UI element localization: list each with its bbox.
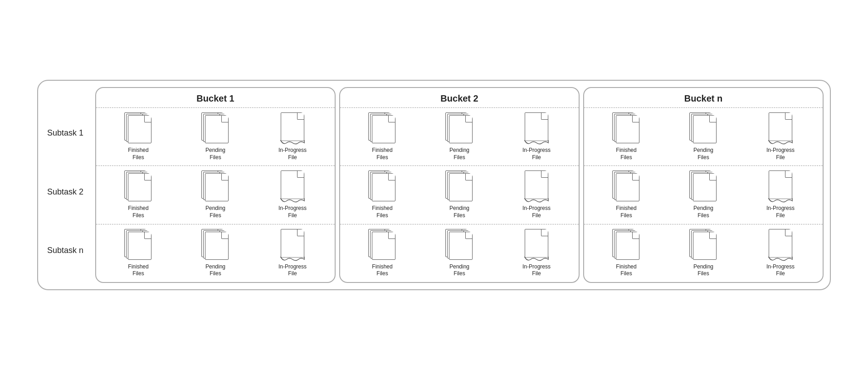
inprogress-file-b2sn: In-ProgressFile <box>522 229 551 278</box>
finished-files-b1s2: FinishedFiles <box>124 170 152 219</box>
wavy-svg-b2s2 <box>525 199 548 203</box>
wavy-svg-b1s2 <box>281 199 304 203</box>
buckets-area: Bucket 1 FinishedFiles <box>93 85 825 285</box>
finished-icon-bns2 <box>612 170 640 202</box>
inprogress-icon-bns2 <box>769 170 792 199</box>
inprogress-label-bns1: In-ProgressFile <box>766 147 795 161</box>
bucket-1-subtask-1-row: FinishedFiles PendingFiles <box>96 107 335 166</box>
inprogress-file-b1s1: In-ProgressFile <box>278 112 307 161</box>
pending-label-b2sn: PendingFiles <box>449 263 469 278</box>
finished-label-bns1: FinishedFiles <box>616 147 636 161</box>
finished-icon-bnsn <box>612 229 640 261</box>
finished-label-b2s2: FinishedFiles <box>372 205 392 219</box>
pending-files-b1s1: PendingFiles <box>201 112 229 161</box>
inprogress-label-b1s1: In-ProgressFile <box>278 147 307 161</box>
inprogress-label-b1s2: In-ProgressFile <box>278 205 307 219</box>
inprogress-label-b2s1: In-ProgressFile <box>522 147 551 161</box>
finished-files-bnsn: FinishedFiles <box>612 229 640 278</box>
finished-files-b1s1: FinishedFiles <box>124 112 152 161</box>
inprogress-icon-b1s2 <box>281 170 304 199</box>
wavy-svg-bns2 <box>769 199 792 203</box>
finished-icon-b2s1 <box>368 112 396 144</box>
inprogress-file-b2s1: In-ProgressFile <box>522 112 551 161</box>
finished-label-b1s1: FinishedFiles <box>128 147 148 161</box>
pending-files-b2s1: PendingFiles <box>445 112 473 161</box>
inprogress-file-bns2: In-ProgressFile <box>766 170 795 219</box>
bucket-n-title: Bucket n <box>584 88 823 107</box>
finished-files-b1sn: FinishedFiles <box>124 229 152 278</box>
pending-icon-b1s2 <box>201 170 229 202</box>
subtask-label-1: Subtask 1 <box>47 103 89 162</box>
pending-label-bnsn: PendingFiles <box>693 263 713 278</box>
bucket-1-subtask-n-row: FinishedFiles PendingFiles <box>96 224 335 282</box>
subtask-labels-column: Subtask 1 Subtask 2 Subtask n <box>43 85 93 285</box>
bucket-2: Bucket 2 FinishedFiles <box>339 87 580 283</box>
finished-label-b2sn: FinishedFiles <box>372 263 392 278</box>
pending-label-bns1: PendingFiles <box>693 147 713 161</box>
pending-label-b2s1: PendingFiles <box>449 147 469 161</box>
pending-label-bns2: PendingFiles <box>693 205 713 219</box>
inprogress-icon-b2sn <box>525 229 548 257</box>
finished-files-bns1: FinishedFiles <box>612 112 640 161</box>
inprogress-icon-bnsn <box>769 229 792 257</box>
bucket-2-title: Bucket 2 <box>340 88 579 107</box>
pending-icon-bnsn <box>689 229 717 261</box>
inprogress-file-bns1: In-ProgressFile <box>766 112 795 161</box>
finished-label-bnsn: FinishedFiles <box>616 263 636 278</box>
finished-icon-b1s2 <box>124 170 152 202</box>
inprogress-file-b1s2: In-ProgressFile <box>278 170 307 219</box>
bucket-n-subtask-2-row: FinishedFiles PendingFiles <box>584 166 823 224</box>
pending-icon-b2sn <box>445 229 473 261</box>
wavy-svg-bns1 <box>769 141 792 145</box>
inprogress-file-b1sn: In-ProgressFile <box>278 229 307 278</box>
finished-label-b1sn: FinishedFiles <box>128 263 148 278</box>
inprogress-icon-b2s1 <box>525 112 548 141</box>
finished-files-b2s2: FinishedFiles <box>368 170 396 219</box>
pending-icon-b2s2 <box>445 170 473 202</box>
pending-label-b1s2: PendingFiles <box>205 205 225 219</box>
inprogress-label-b1sn: In-ProgressFile <box>278 263 307 278</box>
inprogress-file-bnsn: In-ProgressFile <box>766 229 795 278</box>
inprogress-label-bnsn: In-ProgressFile <box>766 263 795 278</box>
finished-icon-b2s2 <box>368 170 396 202</box>
pending-icon-bns1 <box>689 112 717 144</box>
finished-label-bns2: FinishedFiles <box>616 205 636 219</box>
subtask-label-n: Subtask n <box>47 221 89 280</box>
inprogress-icon-b1s1 <box>281 112 304 141</box>
pending-icon-b1s1 <box>201 112 229 144</box>
pending-icon-bns2 <box>689 170 717 202</box>
wavy-svg-b2s1 <box>525 141 548 145</box>
wavy-svg-b1s1 <box>281 141 304 145</box>
bucket-1-rows: FinishedFiles PendingFiles <box>96 107 335 282</box>
inprogress-icon-bns1 <box>769 112 792 141</box>
finished-icon-bns1 <box>612 112 640 144</box>
finished-icon-b1sn <box>124 229 152 261</box>
bucket-n-subtask-n-row: FinishedFiles PendingFiles <box>584 224 823 282</box>
pending-files-b2s2: PendingFiles <box>445 170 473 219</box>
bucket-2-subtask-2-row: FinishedFiles PendingFiles <box>340 166 579 224</box>
wavy-svg-b1sn <box>281 257 304 262</box>
pending-icon-b2s1 <box>445 112 473 144</box>
pending-files-b1s2: PendingFiles <box>201 170 229 219</box>
wavy-svg-bnsn <box>769 257 792 262</box>
inprogress-label-b2sn: In-ProgressFile <box>522 263 551 278</box>
pending-files-b1sn: PendingFiles <box>201 229 229 278</box>
bucket-1: Bucket 1 FinishedFiles <box>95 87 336 283</box>
pending-files-bnsn: PendingFiles <box>689 229 717 278</box>
bucket-n-subtask-1-row: FinishedFiles PendingFiles <box>584 107 823 166</box>
inprogress-file-b2s2: In-ProgressFile <box>522 170 551 219</box>
bucket-n-rows: FinishedFiles PendingFiles <box>584 107 823 282</box>
finished-label-b1s2: FinishedFiles <box>128 205 148 219</box>
bucket-n: Bucket n FinishedFiles <box>583 87 824 283</box>
finished-icon-b1s1 <box>124 112 152 144</box>
inprogress-icon-b2s2 <box>525 170 548 199</box>
bucket-1-subtask-2-row: FinishedFiles PendingFiles <box>96 166 335 224</box>
bucket-2-rows: FinishedFiles PendingFiles <box>340 107 579 282</box>
diagram-container: Subtask 1 Subtask 2 Subtask n Bucket 1 <box>37 80 831 290</box>
pending-files-bns2: PendingFiles <box>689 170 717 219</box>
finished-files-b2s1: FinishedFiles <box>368 112 396 161</box>
pending-icon-b1sn <box>201 229 229 261</box>
finished-label-b2s1: FinishedFiles <box>372 147 392 161</box>
pending-label-b2s2: PendingFiles <box>449 205 469 219</box>
pending-label-b1s1: PendingFiles <box>205 147 225 161</box>
